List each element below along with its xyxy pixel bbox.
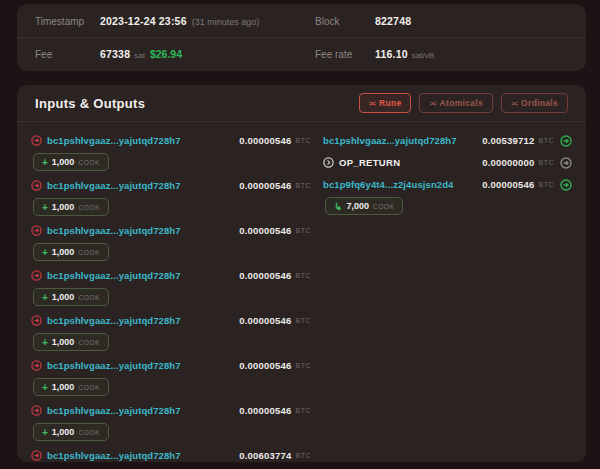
inputs-column: bc1pshlvgaaz...yajutqd728h7 0.00000546 B…: [31, 133, 311, 462]
fee-unit: sat: [134, 51, 145, 60]
input-arrow-icon: [31, 180, 42, 191]
output-spend-arrow-icon[interactable]: [560, 135, 572, 147]
output-address-link[interactable]: OP_RETURN: [339, 157, 400, 168]
io-title: Inputs & Outputs: [35, 96, 145, 111]
rune-plus-icon: +: [42, 382, 48, 393]
rune-plus-icon: +: [42, 157, 48, 168]
fee-rate-label: Fee rate: [315, 49, 375, 60]
input-btc-value: 0.00000546: [239, 315, 291, 326]
input-address-link[interactable]: bc1pshlvgaaz...yajutqd728h7: [47, 315, 181, 326]
output-btc-unit: BTC: [539, 137, 555, 144]
timestamp-label: Timestamp: [35, 16, 100, 27]
transaction-meta-card: Timestamp 2023-12-24 23:56 (31 minutes a…: [17, 4, 586, 71]
rune-transfer-pill[interactable]: + 1,000 COOK: [33, 198, 109, 216]
output-address-link[interactable]: bc1p9fq6y4t4...z2j4usjsn2d4: [323, 179, 453, 190]
filter-button[interactable]: >< Rune: [359, 93, 412, 113]
input-btc-unit: BTC: [296, 317, 312, 324]
input-address-link[interactable]: bc1pshlvgaaz...yajutqd728h7: [47, 270, 181, 281]
meta-row-top: Timestamp 2023-12-24 23:56 (31 minutes a…: [17, 4, 586, 37]
input-arrow-icon: [31, 225, 42, 236]
input-btc-unit: BTC: [296, 362, 312, 369]
rune-transfer-pill[interactable]: + 1,000 COOK: [33, 423, 109, 441]
input-btc-value: 0.00000546: [239, 225, 291, 236]
input-btc-unit: BTC: [296, 452, 312, 459]
input-btc-value: 0.00000546: [239, 180, 291, 191]
rune-ticker: COOK: [78, 249, 100, 256]
rune-amount: 1,000: [52, 337, 75, 347]
block-value[interactable]: 822748: [375, 15, 411, 27]
rune-arrow-icon: ↳: [334, 201, 342, 212]
input-arrow-icon: [31, 315, 42, 326]
rune-amount: 7,000: [346, 201, 369, 211]
rune-plus-icon: +: [42, 202, 48, 213]
input-address-link[interactable]: bc1pshlvgaaz...yajutqd728h7: [47, 450, 181, 461]
rune-amount: 1,000: [52, 427, 75, 437]
rune-ticker: COOK: [78, 429, 100, 436]
rune-transfer-pill[interactable]: + 1,000 COOK: [33, 378, 109, 396]
input-row: bc1pshlvgaaz...yajutqd728h7 0.00603774 B…: [31, 448, 311, 462]
input-address-link[interactable]: bc1pshlvgaaz...yajutqd728h7: [47, 135, 181, 146]
filter-button[interactable]: >< Ordinals: [501, 93, 568, 113]
fee-rate-unit: sat/vB: [412, 51, 434, 60]
input-btc-unit: BTC: [296, 227, 312, 234]
rune-transfer-pill[interactable]: + 1,000 COOK: [33, 333, 109, 351]
input-arrow-icon: [31, 270, 42, 281]
input-arrow-icon: [31, 405, 42, 416]
rune-amount: 1,000: [52, 292, 75, 302]
rune-amount: 1,000: [52, 202, 75, 212]
output-row: bc1pshlvgaaz...yajutqd728h7 0.00539712 B…: [323, 133, 572, 148]
input-btc-value: 0.00000546: [239, 360, 291, 371]
input-address-link[interactable]: bc1pshlvgaaz...yajutqd728h7: [47, 405, 181, 416]
input-arrow-icon: [31, 135, 42, 146]
filter-button-label: Atomicals: [440, 98, 483, 108]
input-btc-value: 0.00000546: [239, 135, 291, 146]
block-label: Block: [315, 16, 375, 27]
timestamp-value: 2023-12-24 23:56: [100, 15, 187, 27]
rune-transfer-pill[interactable]: + 1,000 COOK: [33, 288, 109, 306]
input-row: bc1pshlvgaaz...yajutqd728h7 0.00000546 B…: [31, 403, 311, 441]
outputs-column: bc1pshlvgaaz...yajutqd728h7 0.00539712 B…: [323, 133, 572, 462]
input-row: bc1pshlvgaaz...yajutqd728h7 0.00000546 B…: [31, 268, 311, 306]
input-arrow-icon: [31, 450, 42, 461]
output-btc-unit: BTC: [539, 181, 555, 188]
filter-button[interactable]: >< Atomicals: [419, 93, 493, 113]
fee-rate-value: 116.10: [375, 48, 408, 60]
output-btc-unit: BTC: [539, 159, 555, 166]
fee-usd-value: $26.94: [150, 48, 182, 60]
io-header: Inputs & Outputs >< Rune >< Atomicals ><…: [17, 85, 586, 122]
input-address-link[interactable]: bc1pshlvgaaz...yajutqd728h7: [47, 360, 181, 371]
input-btc-value: 0.00000546: [239, 405, 291, 416]
rune-ticker: COOK: [78, 384, 100, 391]
output-btc-value: 0.00539712: [482, 135, 534, 146]
rune-ticker: COOK: [78, 339, 100, 346]
rune-ticker: COOK: [78, 204, 100, 211]
join-brackets-icon: ><: [429, 100, 435, 107]
input-arrow-icon: [31, 360, 42, 371]
output-btc-value: 0.00000000: [482, 157, 534, 168]
output-spend-arrow-icon[interactable]: [560, 179, 572, 191]
inputs-outputs-card: Inputs & Outputs >< Rune >< Atomicals ><…: [17, 85, 586, 462]
output-row: bc1p9fq6y4t4...z2j4usjsn2d4 0.00000546 B…: [323, 177, 572, 215]
rune-transfer-pill[interactable]: + 1,000 COOK: [33, 243, 109, 261]
rune-amount: 1,000: [52, 157, 75, 167]
rune-plus-icon: +: [42, 247, 48, 258]
input-row: bc1pshlvgaaz...yajutqd728h7 0.00000546 B…: [31, 133, 311, 171]
rune-transfer-pill[interactable]: + 1,000 COOK: [33, 153, 109, 171]
fee-value: 67338: [100, 48, 130, 60]
rune-transfer-pill[interactable]: ↳ 7,000 COOK: [325, 197, 403, 215]
output-address-link[interactable]: bc1pshlvgaaz...yajutqd728h7: [323, 135, 457, 146]
filter-button-label: Ordinals: [521, 98, 558, 108]
rune-plus-icon: +: [42, 292, 48, 303]
input-address-link[interactable]: bc1pshlvgaaz...yajutqd728h7: [47, 225, 181, 236]
join-brackets-icon: ><: [369, 100, 375, 107]
rune-ticker: COOK: [373, 203, 395, 210]
timestamp-relative: (31 minutes ago): [192, 17, 260, 27]
output-spend-arrow-icon[interactable]: [560, 157, 572, 169]
input-address-link[interactable]: bc1pshlvgaaz...yajutqd728h7: [47, 180, 181, 191]
output-btc-value: 0.00000546: [482, 179, 534, 190]
io-filter-buttons: >< Rune >< Atomicals >< Ordinals: [359, 93, 568, 113]
filter-button-label: Rune: [379, 98, 401, 108]
input-btc-unit: BTC: [296, 182, 312, 189]
output-row: OP_RETURN 0.00000000 BTC: [323, 155, 572, 170]
rune-amount: 1,000: [52, 382, 75, 392]
